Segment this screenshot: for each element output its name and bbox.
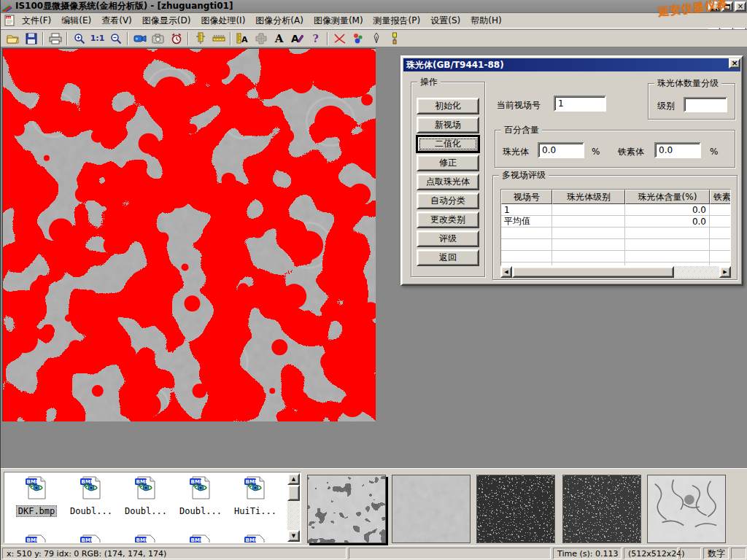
menu-view[interactable]: 查看(V) [96,13,137,28]
actual-size-button[interactable]: 1:1 [88,31,107,47]
help-button[interactable]: ? [306,31,325,47]
rate-button[interactable]: 评级 [417,230,479,247]
scroll-right-button[interactable]: ▶ [719,266,731,278]
window-title: IS100显微摄像系统(金相分析版) - [zhuguangti01] [15,0,233,12]
table-row[interactable]: 平均值 0.0 [501,216,730,228]
scrollbar-track[interactable] [512,266,719,278]
file-item[interactable]: BMP [120,534,172,543]
file-item[interactable]: BMP Doubl... [174,475,227,517]
scroll-down-button[interactable]: ▼ [287,530,300,542]
annotate-button[interactable]: A [288,31,306,47]
table-row[interactable]: 1 0.0 [501,204,730,216]
alarm-clock-icon [171,33,182,44]
pearlite-dialog[interactable]: 珠光体(GB/T9441-88) × 操作 初始化 新视场 二值化 修正 点取珠… [400,55,743,286]
transform-button[interactable] [252,31,270,47]
file-item[interactable]: BMP Doubl... [65,475,117,517]
svg-text:A: A [291,33,299,44]
scrollbar-thumb[interactable] [512,266,674,278]
particle-tool-button[interactable] [349,31,367,47]
file-item[interactable]: BMP HuiTi... [229,475,282,517]
dialog-title-bar[interactable]: 珠光体(GB/T9441-88) [403,58,740,71]
ferrite-percent-input[interactable] [654,142,701,158]
thumbnail-1[interactable] [307,475,386,543]
thumbnail-5[interactable] [647,475,726,543]
binarize-button[interactable]: 二值化 [417,136,479,152]
camera-button[interactable] [149,31,167,47]
menu-image-display[interactable]: 图像显示(D) [137,13,196,28]
title-bar[interactable]: IS100显微摄像系统(金相分析版) - [zhuguangti01] × [1,0,747,13]
zoom-out-button[interactable] [107,31,125,47]
printer-icon [49,33,62,44]
letter-a-icon: A [275,32,284,45]
multi-field-group-label: 多视场评级 [499,170,549,180]
close-button[interactable]: × [735,1,746,12]
grade-input[interactable] [684,97,727,112]
file-name[interactable]: Doubl... [178,506,223,516]
file-name[interactable]: DKF.bmp [16,505,58,517]
file-name[interactable]: HuiTi... [233,506,278,516]
thumbnail-3[interactable] [476,475,555,543]
menu-report[interactable]: 测量报告(P) [368,13,426,28]
thumbnail-4[interactable] [562,475,641,543]
file-item[interactable]: BMP Doubl... [120,475,172,517]
scrollbar-thumb[interactable] [287,485,300,501]
scroll-left-button[interactable]: ◀ [500,266,512,278]
rating-table[interactable]: 视场号 珠光体级别 珠光体含量(%) 铁素体 1 0.0 平均值 [500,189,731,266]
menu-image-measure[interactable]: 图像测量(M) [309,13,368,28]
table-header: 视场号 珠光体级别 珠光体含量(%) 铁素体 [501,190,730,204]
arrow-right-icon: ▶ [723,269,727,275]
brush-icon [390,32,399,44]
file-item[interactable]: BMP [65,534,117,543]
svg-text:BMP: BMP [136,537,149,543]
menu-edit[interactable]: 编辑(E) [56,13,96,28]
col-pearlite[interactable]: 珠光体含量(%) [625,190,710,204]
menu-help[interactable]: 帮助(H) [465,13,506,28]
text-button[interactable]: A [270,31,288,47]
cell-grade [552,216,625,228]
thumbnail-2[interactable] [392,475,471,543]
file-item[interactable]: BMP [10,534,63,543]
pick-pearlite-button[interactable]: 点取珠光体 [417,174,479,190]
current-field-label: 当前视场号 [497,99,541,112]
file-item[interactable]: BMP [229,534,282,543]
dialog-close-button[interactable]: × [729,58,740,69]
ruler-button[interactable] [209,31,228,47]
return-button[interactable]: 返回 [417,249,479,266]
status-empty [731,548,746,559]
scroll-up-button[interactable]: ▲ [287,473,300,485]
curve-tool-button[interactable] [330,31,349,47]
print-button[interactable] [46,31,64,47]
file-name[interactable]: Doubl... [69,506,114,516]
file-item[interactable]: BMP DKF.bmp [10,475,63,517]
micrograph-image[interactable] [2,48,376,421]
file-item[interactable]: BMP [174,534,227,543]
change-class-button[interactable]: 更改类别 [417,211,479,228]
col-ferrite[interactable]: 铁素体 [710,190,731,204]
filelist-scrollbar[interactable]: ▲ ▼ [287,473,300,542]
zoom-in-button[interactable] [70,31,88,47]
table-horizontal-scrollbar[interactable]: ◀ ▶ [500,266,731,278]
current-field-input[interactable] [554,96,606,112]
new-field-button[interactable]: 新视场 [417,117,479,133]
pearlite-percent-input[interactable] [538,142,584,158]
timer-button[interactable] [167,31,185,47]
auto-classify-button[interactable]: 自动分类 [417,192,479,209]
correct-button[interactable]: 修正 [417,155,479,171]
init-button[interactable]: 初始化 [417,98,479,114]
col-grade[interactable]: 珠光体级别 [552,190,625,204]
menu-file[interactable]: 文件(F) [17,13,56,28]
menu-image-process[interactable]: 图像处理(I) [196,13,250,28]
video-capture-button[interactable] [131,31,149,47]
question-icon: ? [312,33,318,44]
file-browser[interactable]: BMP DKF.bmp BMP Doubl... BMP Doubl... BM… [4,472,301,543]
calibrate-button[interactable]: A [233,31,252,47]
brush-tool-button[interactable] [385,31,403,47]
menu-image-analyze[interactable]: 图像分析(A) [250,13,309,28]
caliper-button[interactable] [191,31,209,47]
menu-settings[interactable]: 设置(S) [425,13,465,28]
pen-tool-button[interactable] [367,31,385,47]
file-name[interactable]: Doubl... [123,506,169,516]
save-button[interactable] [22,31,40,47]
open-button[interactable] [4,31,22,47]
col-field[interactable]: 视场号 [501,190,552,204]
